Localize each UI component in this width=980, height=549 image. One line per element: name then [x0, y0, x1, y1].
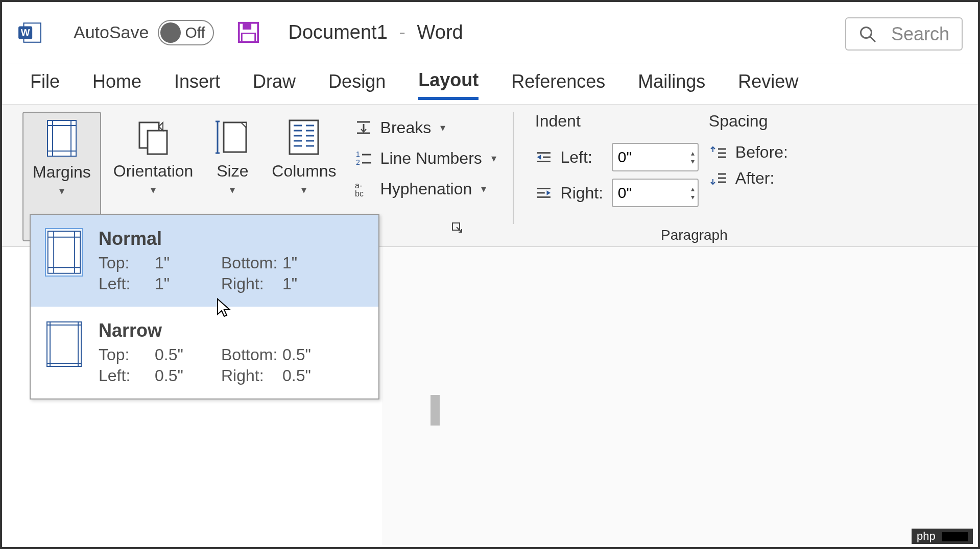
right-value: 0.5": [282, 366, 323, 385]
margin-narrow-title: Narrow: [99, 320, 364, 341]
page-edge: [431, 395, 440, 426]
svg-line-7: [870, 36, 875, 42]
svg-rect-4: [243, 23, 252, 30]
indent-left-label: Left:: [561, 148, 604, 167]
autosave-toggle[interactable]: Off: [158, 20, 214, 45]
svg-rect-14: [148, 131, 167, 154]
right-label: Right:: [221, 274, 282, 293]
margins-dropdown: Normal Top: 1" Bottom: 1" Left: 1" Right…: [30, 214, 379, 400]
top-label: Top:: [99, 345, 155, 364]
svg-rect-57: [47, 322, 81, 366]
spacing-after-label: After:: [735, 169, 792, 188]
left-label: Left:: [99, 274, 155, 293]
size-icon: [214, 118, 250, 156]
tab-mailings[interactable]: Mailings: [638, 69, 705, 98]
margin-option-normal[interactable]: Normal Top: 1" Bottom: 1" Left: 1" Right…: [31, 215, 378, 307]
bottom-label: Bottom:: [221, 254, 282, 272]
autosave-state: Off: [185, 24, 205, 41]
indent-left-input[interactable]: 0" ▴▾: [612, 143, 699, 171]
indent-right-value: 0": [618, 184, 632, 202]
toggle-knob: [160, 22, 181, 43]
left-value: 1": [155, 274, 221, 293]
chevron-down-icon: ▾: [491, 152, 496, 164]
spacing-before-label: Before:: [735, 143, 792, 162]
svg-point-6: [861, 27, 871, 38]
indent-right-input[interactable]: 0" ▴▾: [612, 179, 699, 207]
app-name: Word: [417, 21, 463, 43]
tab-insert[interactable]: Insert: [174, 69, 220, 98]
margins-label: Margins: [33, 163, 91, 182]
search-box[interactable]: Search: [845, 17, 963, 51]
bottom-value: 0.5": [282, 345, 323, 364]
ribbon-tabs: File Home Insert Draw Design Layout Refe…: [2, 63, 978, 104]
indent-right-label: Right:: [561, 184, 604, 203]
chevron-down-icon: ▾: [440, 121, 445, 134]
left-value: 0.5": [155, 366, 221, 385]
watermark: php: [912, 529, 973, 544]
word-app-icon: W: [17, 20, 43, 45]
margin-narrow-icon: [45, 320, 83, 368]
save-icon[interactable]: [237, 21, 260, 44]
top-label: Top:: [99, 254, 155, 272]
line-numbers-label: Line Numbers: [380, 149, 482, 168]
svg-rect-5: [242, 33, 255, 42]
svg-text:a-: a-: [355, 181, 362, 190]
search-placeholder: Search: [891, 23, 949, 45]
spinner[interactable]: ▴▾: [691, 149, 695, 165]
page-setup-launcher-icon[interactable]: [451, 222, 464, 234]
tab-layout[interactable]: Layout: [418, 67, 479, 100]
indent-group-label: Indent: [535, 112, 699, 131]
tab-file[interactable]: File: [30, 69, 60, 98]
right-label: Right:: [221, 366, 282, 385]
svg-rect-18: [224, 122, 246, 152]
top-value: 0.5": [155, 345, 221, 364]
search-icon: [858, 25, 877, 43]
document-canvas[interactable]: [382, 247, 976, 545]
left-label: Left:: [99, 366, 155, 385]
margin-normal-title: Normal: [99, 228, 364, 249]
line-numbers-button[interactable]: 1 2 Line Numbers ▾: [349, 145, 501, 171]
doc-name: Document1: [288, 21, 387, 43]
svg-text:2: 2: [356, 158, 360, 166]
tab-review[interactable]: Review: [738, 69, 798, 98]
orientation-label: Orientation: [113, 162, 194, 181]
right-value: 1": [282, 274, 323, 293]
chevron-down-icon: ▾: [481, 183, 486, 195]
spacing-group: Spacing Before: After:: [699, 112, 792, 241]
chevron-down-icon: ▾: [230, 184, 235, 196]
indent-left-icon: [535, 149, 553, 165]
spinner[interactable]: ▴▾: [691, 185, 695, 201]
indent-left-value: 0": [618, 148, 632, 166]
spacing-before-icon: [709, 145, 727, 160]
size-label: Size: [217, 162, 248, 181]
margins-icon: [46, 119, 77, 157]
mouse-cursor-icon: [216, 297, 232, 319]
chevron-down-icon: ▾: [151, 184, 156, 196]
tab-references[interactable]: References: [511, 69, 605, 98]
chevron-down-icon: ▾: [301, 184, 306, 196]
top-value: 1": [155, 254, 221, 272]
columns-label: Columns: [272, 162, 336, 181]
bottom-value: 1": [282, 254, 323, 272]
spacing-group-label: Spacing: [709, 112, 792, 131]
breaks-button[interactable]: Breaks ▾: [349, 115, 501, 140]
breaks-icon: [354, 118, 373, 137]
tab-design[interactable]: Design: [328, 69, 386, 98]
margin-normal-icon: [45, 228, 83, 277]
margin-option-narrow[interactable]: Narrow Top: 0.5" Bottom: 0.5" Left: 0.5"…: [31, 307, 378, 398]
spacing-after-icon: [709, 171, 727, 186]
chevron-down-icon: ▾: [59, 185, 64, 197]
autosave-label: AutoSave: [74, 22, 149, 42]
bottom-label: Bottom:: [221, 345, 282, 364]
tab-home[interactable]: Home: [92, 69, 141, 98]
line-numbers-icon: 1 2: [354, 148, 373, 168]
title-separator: -: [399, 21, 405, 43]
breaks-label: Breaks: [380, 118, 432, 137]
hyphenation-button[interactable]: a- bc Hyphenation ▾: [349, 176, 501, 202]
indent-right-icon: [535, 185, 553, 201]
ribbon-separator: [513, 112, 514, 224]
tab-draw[interactable]: Draw: [253, 69, 296, 98]
svg-rect-52: [48, 231, 80, 273]
paragraph-group-label: Paragraph: [661, 227, 728, 243]
orientation-icon: [135, 118, 171, 156]
